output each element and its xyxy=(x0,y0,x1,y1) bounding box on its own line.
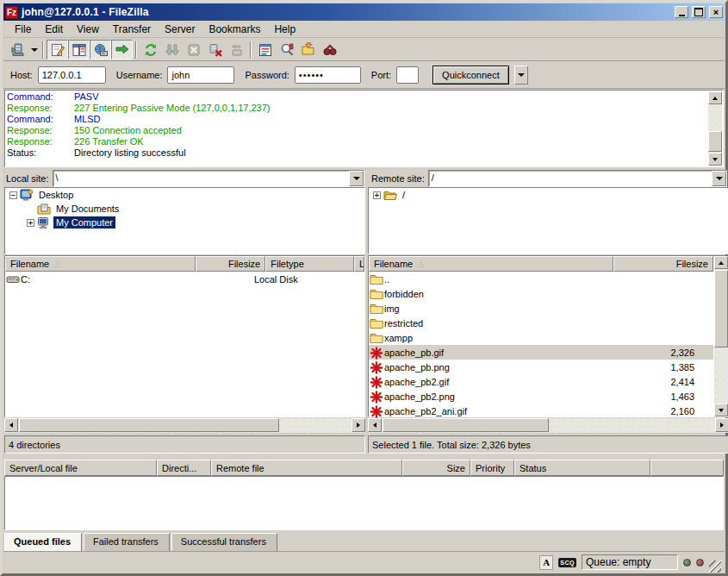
scroll-up-icon[interactable] xyxy=(708,91,722,104)
column-header-filename[interactable]: Filename xyxy=(369,256,613,272)
column-header-filename[interactable]: Filename xyxy=(5,256,196,272)
resize-grip[interactable] xyxy=(709,560,721,573)
log-line-label: Command: xyxy=(7,91,74,103)
file-row[interactable]: img xyxy=(369,301,713,316)
close-button[interactable]: × xyxy=(709,6,723,18)
queue-column-status[interactable]: Status xyxy=(514,460,650,476)
filter-button[interactable] xyxy=(276,40,297,59)
combo-dropdown-icon[interactable] xyxy=(349,171,364,186)
transfer-type-icon[interactable]: A xyxy=(539,555,553,570)
column-header-filesize[interactable]: Filesize xyxy=(613,256,713,272)
file-row[interactable]: apache_pb2.gif 2,414 xyxy=(369,374,713,389)
tree-item[interactable]: My Documents xyxy=(5,202,364,216)
column-header-last-modified[interactable]: L xyxy=(354,256,364,272)
tree-item[interactable]: / xyxy=(369,188,728,202)
remote-site-value[interactable]: / xyxy=(429,171,712,186)
file-row[interactable]: apache_pb.gif 2,326 xyxy=(369,345,713,360)
username-input[interactable] xyxy=(167,66,234,84)
queue-tab[interactable]: Queued files xyxy=(4,533,82,551)
log-scrollbar[interactable] xyxy=(708,91,722,166)
quickconnect-dropdown[interactable] xyxy=(514,66,528,85)
scrollbar-thumb[interactable] xyxy=(708,131,722,152)
file-row[interactable]: apache_pb2_ani.gif 2,160 xyxy=(369,404,713,418)
menu-item[interactable]: Edit xyxy=(38,22,70,37)
menu-item[interactable]: Transfer xyxy=(106,22,158,37)
file-row[interactable]: C: Local Disk xyxy=(5,272,364,286)
file-row[interactable]: apache_pb2.png 1,463 xyxy=(369,389,713,404)
scroll-right-icon[interactable] xyxy=(352,418,365,432)
remote-site-combo[interactable]: / xyxy=(428,170,727,187)
column-header-filetype[interactable]: Filetype xyxy=(265,256,354,272)
speed-limits-icon[interactable]: SCQ xyxy=(558,558,576,567)
scroll-down-icon[interactable] xyxy=(714,404,728,416)
queue-tab[interactable]: Successful transfers xyxy=(171,533,277,551)
file-row[interactable]: apache_pb.png 1,385 xyxy=(369,360,713,374)
process-queue-button[interactable] xyxy=(161,40,183,59)
tree-item-label[interactable]: My Computer xyxy=(53,216,115,229)
scrollbar-thumb[interactable] xyxy=(19,418,279,432)
remote-hscrollbar[interactable] xyxy=(368,418,728,433)
scrollbar-thumb[interactable] xyxy=(383,418,549,432)
password-input[interactable] xyxy=(295,66,361,84)
queue-column-server-local-file[interactable]: Server/Local file xyxy=(4,460,157,476)
reconnect-icon xyxy=(229,42,245,58)
queue-tab[interactable]: Failed transfers xyxy=(84,533,170,551)
toggle-remote-tree-button[interactable] xyxy=(90,40,111,59)
scroll-left-icon[interactable] xyxy=(368,418,382,432)
toggle-local-tree-button[interactable] xyxy=(68,40,90,59)
menu-item[interactable]: View xyxy=(70,22,106,37)
local-hscrollbar[interactable] xyxy=(4,418,365,433)
password-label: Password: xyxy=(245,70,289,80)
refresh-button[interactable] xyxy=(140,40,161,59)
menu-item[interactable]: Server xyxy=(158,22,202,37)
site-manager-button[interactable] xyxy=(7,40,28,59)
local-site-combo[interactable]: \ xyxy=(53,170,364,187)
queue-column-direction[interactable]: Directi... xyxy=(157,460,211,476)
tree-item[interactable]: Desktop xyxy=(5,188,364,202)
filezilla-window: Fz john@127.0.0.1 - FileZilla × FileEdit… xyxy=(0,0,728,576)
host-input[interactable] xyxy=(38,66,106,84)
quickconnect-button[interactable]: Quickconnect xyxy=(432,66,509,85)
tree-item-label[interactable]: Desktop xyxy=(36,189,76,201)
toggle-queue-button[interactable] xyxy=(111,40,133,59)
combo-dropdown-icon[interactable] xyxy=(712,171,726,186)
toggle-message-log-button[interactable] xyxy=(47,40,68,59)
scroll-right-icon[interactable] xyxy=(715,418,728,432)
tree-item-label[interactable]: / xyxy=(400,189,408,201)
title-bar[interactable]: Fz john@127.0.0.1 - FileZilla × xyxy=(3,3,725,21)
menu-item[interactable]: Bookmarks xyxy=(202,22,267,37)
disconnect-button[interactable] xyxy=(204,40,226,59)
scrollbar-thumb[interactable] xyxy=(714,270,728,347)
queue-column-remote-file[interactable]: Remote file xyxy=(211,460,402,476)
remote-list-scrollbar[interactable] xyxy=(714,256,728,416)
file-row[interactable]: restricted xyxy=(369,316,713,330)
file-row[interactable]: xampp xyxy=(369,330,713,345)
directory-listing-button[interactable] xyxy=(254,40,276,59)
tree-expander[interactable] xyxy=(27,219,34,227)
cancel-operation-button[interactable] xyxy=(183,40,204,59)
reconnect-button[interactable] xyxy=(226,40,247,59)
directory-comparison-button[interactable] xyxy=(297,40,319,59)
scroll-left-icon[interactable] xyxy=(4,418,18,432)
tree-expander[interactable] xyxy=(373,191,381,199)
local-site-value[interactable]: \ xyxy=(53,171,349,186)
port-input[interactable] xyxy=(396,66,419,84)
folder-icon xyxy=(370,288,383,300)
file-row[interactable]: .. xyxy=(369,272,713,286)
queue-column-size[interactable]: Size xyxy=(402,460,470,476)
tree-expander[interactable] xyxy=(9,191,17,199)
menu-item[interactable]: Help xyxy=(267,22,302,37)
queue-list[interactable] xyxy=(4,476,724,530)
scroll-down-icon[interactable] xyxy=(708,153,722,166)
column-header-filesize[interactable]: Filesize xyxy=(196,256,265,272)
minimize-button[interactable] xyxy=(675,6,688,18)
find-files-button[interactable] xyxy=(319,40,340,59)
site-manager-dropdown[interactable] xyxy=(28,40,40,59)
file-row[interactable]: forbidden xyxy=(369,286,713,301)
scroll-up-icon[interactable] xyxy=(714,256,728,269)
menu-item[interactable]: File xyxy=(8,22,38,37)
maximize-button[interactable] xyxy=(692,6,706,18)
tree-item-label[interactable]: My Documents xyxy=(53,203,121,215)
queue-column-priority[interactable]: Priority xyxy=(470,460,514,476)
tree-item[interactable]: My Computer xyxy=(5,216,364,229)
